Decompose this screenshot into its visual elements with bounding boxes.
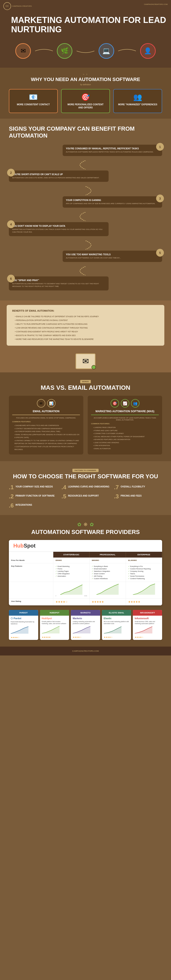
mf-6: • LEAD SCORING AND GRADING: [91, 441, 159, 444]
fe-1: Everything in Pro: [128, 565, 160, 568]
infusionsoft-card: INFUSIONSOFT Infusionsoft Small business…: [133, 610, 162, 640]
fe-3: Company Scoring: [128, 570, 160, 573]
envelope-icon: ✉: [76, 353, 95, 369]
logo-icon: CC: [3, 2, 11, 10]
features-pro: Everything in Basic Email Automation Sal…: [90, 563, 126, 582]
mf-8: • EMAIL AUTOMATION: [91, 447, 159, 450]
mas-title: MAS VS. EMAIL AUTOMATION: [9, 384, 162, 391]
choose-item-3: .3 PRICING AND FEES: [114, 493, 162, 499]
chart-pro-svg: [92, 584, 123, 595]
website-url: CAMPAIGNCREATORS.COM: [144, 3, 168, 5]
ef-2: • CONTACT SEGMENTATION AND CAMPAIGN MANA…: [12, 427, 80, 430]
choose-text-2: PRIMARY FUNCTION OF SOFTWARE: [16, 493, 55, 497]
chart-enterprise: [126, 582, 162, 598]
sign-title-2: YOU'RE SHORT-STAFFED OR CAN'T SCALE UP: [12, 173, 105, 176]
features-starter-list: Email Marketing Forms Landing Pages CRM …: [55, 565, 87, 578]
benefits-section: BENEFITS OF EMAIL AUTOMATION: • EMAILS C…: [7, 305, 164, 346]
ef-5: • A RATING CAPABILITY TO THE SENDER OF E…: [12, 439, 80, 445]
choose-item-7: .7 OVERALL FLEXIBILITY: [114, 484, 162, 490]
fs-3: Landing Pages: [55, 570, 87, 573]
mas-tag-row: BONUS: [9, 379, 162, 383]
fe-2: Custom Revenue Reporting: [128, 568, 160, 570]
hubspot-small-card: HUBSPOT HubSpot Growth platform that inc…: [40, 610, 69, 640]
chart-row: 02500: [9, 582, 162, 598]
marketo-header: MARKETO: [71, 610, 100, 616]
fe-6: Content Partitioning: [128, 578, 160, 580]
mas-icon-2: 📈: [121, 399, 129, 407]
flower-icon-2: ❋: [84, 522, 87, 528]
path-1: [9, 159, 162, 170]
deco-curve: [35, 48, 53, 54]
marketo-body: Marketo Leading marketing automation and…: [71, 616, 100, 640]
brand-name: CAMPAIGN CREATORS: [12, 5, 32, 7]
features-row: Key Features Email Marketing Forms Landi…: [9, 563, 162, 582]
why-icon-1: 📧: [13, 93, 54, 101]
flower-deco: ✿ ❋ ✿: [9, 522, 162, 528]
email-icons-row: ✉ 📊: [12, 399, 80, 407]
fs-4: CRM Integration: [55, 573, 87, 575]
why-header: ⤷ ⤸ WHY YOU NEED AN AUTOMATION SOFTWARE …: [9, 73, 162, 86]
logo-area: CC CAMPAIGN CREATORS: [3, 2, 32, 10]
why-subheading: ⤷ ⤸: [9, 73, 162, 75]
mas-features-label: COMMON FEATURES:: [91, 423, 159, 425]
mas-comparison-boxes: ✉ 📊 EMAIL AUTOMATION FOCUSES ON LEVERAGI…: [9, 396, 162, 455]
sign-box-2: 2 YOU'RE SHORT-STAFFED OR CAN'T SCALE UP…: [9, 170, 109, 182]
why-boxes-row: 📧 MORE CONSISTENT CONTACT 🎯 MORE PERSONA…: [9, 89, 162, 113]
sign-box-1: 1 YOU'RE CONSUMED BY MANUAL, REPETITIVE,…: [63, 145, 162, 156]
choose-num-6: .6: [9, 503, 14, 508]
path-curve-2: [63, 186, 108, 195]
empty-col-head: [9, 552, 53, 558]
mf-5: • ADVANCED FEATURES LIKE SEGMENTATION: [91, 438, 159, 441]
elastic-stars: ★★★★☆: [104, 636, 130, 638]
mas-box: 🎯 📈 👥 MARKETING AUTOMATION SOFTWARE (MAS…: [88, 396, 162, 455]
benefits-list: • EMAILS CAN BE TAILORED TO PEOPLE AT DI…: [12, 315, 159, 341]
fp-5: A/B Testing: [92, 575, 123, 578]
sign-item-6: 6 YOU "SPRAY AND PRAY" AUTOMATION ALLOWS…: [9, 277, 162, 290]
mf-1: • LANDING PAGE CREATION: [91, 426, 159, 429]
mas-icon-1: 🎯: [111, 399, 119, 407]
envelope-dot: [92, 365, 96, 369]
hubspot-small-stars: ★★★★★: [42, 636, 68, 638]
infusionsoft-body: Infusionsoft Small business CRM, sales a…: [133, 616, 162, 640]
hubspot-logo: HubSpot: [13, 542, 36, 549]
mas-section: BONUS MAS VS. EMAIL AUTOMATION ✉ 📊 EMAIL…: [0, 372, 171, 461]
why-icon-3: 👥: [117, 93, 158, 101]
pardot-desc: Pardot B2B Marketing Automation by Sales…: [11, 621, 36, 625]
sign-title-3: YOUR COMPETITION IS GAINING: [66, 199, 159, 201]
path-curve-3: [63, 212, 108, 221]
why-title-2: MORE PERSONALIZED CONTENT AND OFFERS: [65, 103, 106, 109]
path-curve-4: [63, 240, 108, 250]
choose-text-1: YOUR COMPANY SIZE AND NEEDS: [16, 484, 53, 488]
why-box-1: 📧 MORE CONSISTENT CONTACT: [9, 89, 58, 113]
elastic-header: ELASTIC EMAIL: [102, 610, 131, 616]
sign-desc-3: 49% OF COMPANIES AND 55% OF B2B BUSINESS…: [66, 202, 159, 205]
rating-label: User Rating: [9, 598, 53, 605]
leaf-icon: 🌿: [57, 43, 73, 59]
mf-3: • CONNECTING CUSTOMER JOURNEY: [91, 432, 159, 435]
pardot-body: ⬡ Pardot Pardot B2B Marketing Automation…: [9, 616, 38, 640]
price-pro: $800/MO: [90, 558, 126, 563]
features-enterprise: Everything in Pro Custom Revenue Reporti…: [126, 563, 162, 582]
sign-item-3: 3 YOUR COMPETITION IS GAINING 49% OF COM…: [9, 196, 162, 208]
email-features-label: COMMON FEATURES:: [12, 421, 80, 423]
ef-1: • DASHBOARD WITH ANALYTICS AND A/B COMPA…: [12, 424, 80, 427]
hubspot-table: HubSpot STARTER/BASIC PROFESSIONAL ENTER…: [9, 540, 162, 605]
mas-icon-3: 👥: [131, 399, 139, 407]
flower-icon-1: ✿: [77, 522, 81, 528]
price-label: Price Per Month: [9, 558, 53, 563]
benefit-5: • CONTINUED ENGAGEMENT WITH PEOPLE WHO A…: [12, 330, 159, 334]
factors-tag: Factors to consider:: [73, 469, 98, 472]
mf-7: • CRM INTEGRATION: [91, 444, 159, 447]
sign-title-4: YOU DON'T KNOW HOW TO DISPLAY YOUR DATA: [12, 225, 105, 227]
benefits-title: BENEFITS OF EMAIL AUTOMATION:: [12, 309, 159, 312]
chart-axis-starter: 02500: [55, 595, 87, 597]
pardot-header-label: PARDOT: [19, 612, 27, 614]
elastic-header-label: ELASTIC EMAIL: [109, 612, 124, 614]
choose-num-3: .3: [114, 493, 119, 499]
sign-box-4: 4 YOU DON'T KNOW HOW TO DISPLAY YOUR DAT…: [9, 222, 109, 236]
rating-pro: ★★★★★: [90, 598, 126, 605]
features-pro-list: Everything in Basic Email Automation Sal…: [92, 565, 123, 580]
sign-item-2: 2 YOU'RE SHORT-STAFFED OR CAN'T SCALE UP…: [9, 170, 162, 182]
sign-item-5: 5 YOU USE TOO MANY MARKETING TOOLS AUTOM…: [9, 251, 162, 262]
footer: CAMPAIGNCREATORS.COM: [0, 647, 171, 655]
